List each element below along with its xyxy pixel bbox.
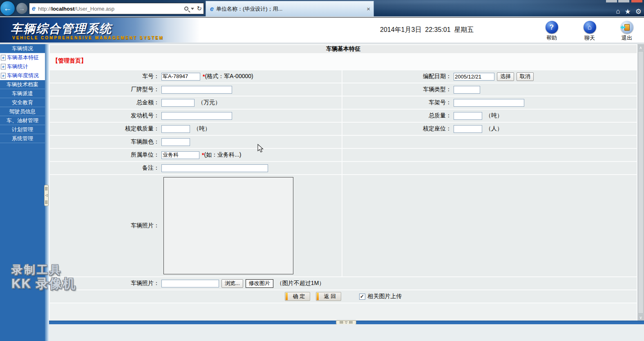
exit-label: 退出	[615, 34, 638, 42]
format-hint: (格式：军A-00000)	[205, 73, 253, 80]
ie-icon: e	[210, 5, 214, 13]
assign-date-input[interactable]	[454, 73, 494, 81]
total-amount-input[interactable]	[161, 99, 195, 107]
help-button[interactable]: ? 帮助	[540, 21, 563, 42]
vehicle-color-input[interactable]	[161, 138, 190, 146]
maximize-button[interactable]	[618, 0, 629, 2]
form-row: 厂牌型号： 车辆类型：	[49, 83, 637, 96]
form-row: 总金额： （万元） 车架号：	[49, 96, 637, 109]
sidebar-item-vehicle-annual[interactable]: e车辆年度情况	[0, 71, 45, 80]
confirm-button[interactable]: 确 定	[285, 292, 310, 301]
back-arrow-icon: ←	[4, 4, 12, 13]
total-mass-label: 总质量：	[342, 112, 452, 119]
chat-button[interactable]: ⌂ 聊天	[578, 21, 601, 42]
remarks-input[interactable]	[161, 164, 268, 172]
help-label: 帮助	[540, 34, 563, 42]
vehicle-number-label: 车号：	[50, 73, 159, 80]
sidebar-item-plan-management[interactable]: 计划管理	[0, 125, 45, 134]
chat-house-icon: ⌂	[584, 21, 596, 34]
vertical-scrollbar[interactable]: ∧ ∨	[637, 44, 644, 321]
content-filler	[50, 303, 637, 321]
engine-number-label: 发动机号：	[50, 112, 159, 119]
return-button[interactable]: 返 回	[316, 292, 341, 301]
page-icon: e	[1, 73, 6, 79]
grip-dots-icon	[45, 200, 48, 204]
modify-image-button[interactable]: 修改图片	[246, 279, 273, 288]
vehicle-number-input[interactable]	[161, 73, 200, 81]
screen: ← → e http://localhost/User_Home.asp ↻ e…	[0, 0, 644, 341]
file-size-hint: （图片不超过1M）	[277, 280, 324, 287]
sidebar-item-tech-archive[interactable]: 车辆技术档案	[0, 80, 45, 89]
home-icon[interactable]: ⌂	[616, 7, 620, 16]
empty-cell	[342, 175, 637, 276]
app-logo-subtitle: VEHICLE COMPREHENSIVE MANAGEMENT SYSTEM	[12, 36, 163, 40]
empty-cell	[342, 162, 637, 174]
sidebar-item-label: 车辆年度情况	[7, 72, 39, 79]
sidebar-item-vehicle-basic-features[interactable]: e车辆基本特征	[0, 53, 45, 62]
sidebar-menu: 车辆情况 e车辆基本特征 e车辆统计 e车辆年度情况 车辆技术档案 车辆派遣 安…	[0, 44, 45, 341]
sidebar-item-label: 车辆统计	[7, 63, 28, 70]
main-content: 车辆基本特征 【管理首页】 车号： * (格式：军A-00000) 编配日期： …	[49, 44, 637, 321]
favorites-star-icon[interactable]: ★	[625, 7, 631, 16]
sidebar-item-label: 车辆基本特征	[7, 54, 39, 61]
forward-button[interactable]: →	[16, 3, 27, 14]
frame-number-label: 车架号：	[342, 99, 452, 106]
browser-tab[interactable]: e 单位名称：(毕业设计)；用... ×	[206, 1, 374, 16]
admin-home-link[interactable]: 【管理首页】	[52, 57, 87, 65]
scroll-down-icon[interactable]: ∨	[637, 314, 644, 321]
tab-title: 单位名称：(毕业设计)；用...	[216, 5, 364, 13]
engine-number-input[interactable]	[161, 112, 232, 120]
exit-button[interactable]: 退出	[615, 21, 638, 42]
exit-door-icon	[624, 24, 630, 31]
assign-date-label: 编配日期：	[342, 73, 452, 80]
url-text[interactable]: http://localhost/User_Home.asp	[38, 6, 185, 12]
back-button[interactable]: ←	[0, 1, 15, 16]
brand-model-label: 厂牌型号：	[50, 86, 159, 93]
date-select-button[interactable]: 选择	[497, 72, 514, 81]
unit-label: （吨）	[485, 112, 503, 119]
mouse-cursor	[257, 144, 266, 153]
settings-gear-icon[interactable]: ⚙	[635, 7, 642, 16]
watermark-line1: 录制工具	[11, 264, 76, 276]
form-row: 备注：	[49, 162, 637, 174]
browser-chrome: ← → e http://localhost/User_Home.asp ↻ e…	[0, 0, 644, 17]
grip-dots-icon	[349, 321, 353, 324]
total-mass-input[interactable]	[454, 112, 482, 120]
dropdown-icon[interactable]	[191, 8, 194, 10]
sidebar-item-driver-info[interactable]: 驾驶员信息	[0, 107, 45, 116]
photo-file-input[interactable]	[161, 280, 219, 287]
vehicle-type-input[interactable]	[454, 86, 480, 94]
grip-dots-icon	[45, 187, 48, 191]
related-upload-label: 相关图片上传	[368, 293, 402, 300]
sidebar-item-vehicle-status[interactable]: 车辆情况	[0, 44, 45, 53]
owning-unit-input[interactable]	[161, 151, 199, 159]
sidebar-item-system-management[interactable]: 系统管理	[0, 134, 45, 143]
frame-number-input[interactable]	[454, 99, 524, 107]
seat-capacity-input[interactable]	[454, 125, 482, 133]
recorder-watermark: 录制工具 KK 录像机	[11, 264, 76, 291]
page-title: 车辆基本特征	[50, 45, 637, 53]
load-capacity-input[interactable]	[161, 125, 190, 133]
sidebar-item-fuel-management[interactable]: 车、油材管理	[0, 116, 45, 125]
scrollbar-thumb[interactable]	[638, 51, 644, 314]
empty-cell	[342, 136, 637, 148]
related-upload-checkbox[interactable]: ✓	[359, 294, 365, 300]
browse-button[interactable]: 浏览...	[221, 279, 243, 288]
address-bar[interactable]: e http://localhost/User_Home.asp ↻	[29, 3, 204, 14]
help-question-icon: ?	[546, 21, 558, 34]
date-cancel-button[interactable]: 取消	[517, 72, 534, 81]
form-footer-row: 确 定 返 回 ✓ 相关图片上传	[49, 290, 637, 303]
sidebar-item-dispatch[interactable]: 车辆派遣	[0, 89, 45, 98]
sidebar-collapse-handle[interactable]: ◁	[44, 185, 49, 206]
close-button[interactable]	[631, 0, 642, 2]
tab-close-icon[interactable]: ×	[367, 5, 370, 12]
search-icon[interactable]	[184, 7, 188, 11]
sidebar-item-safety-education[interactable]: 安全教育	[0, 98, 45, 107]
minimize-button[interactable]	[606, 0, 617, 2]
scroll-up-icon[interactable]: ∧	[637, 44, 644, 51]
sidebar-item-vehicle-statistics[interactable]: e车辆统计	[0, 62, 45, 71]
app-logo-title: 车辆综合管理系统	[11, 21, 112, 37]
collapse-left-icon: ◁	[45, 194, 47, 197]
refresh-icon[interactable]: ↻	[197, 5, 202, 12]
brand-model-input[interactable]	[161, 86, 232, 94]
